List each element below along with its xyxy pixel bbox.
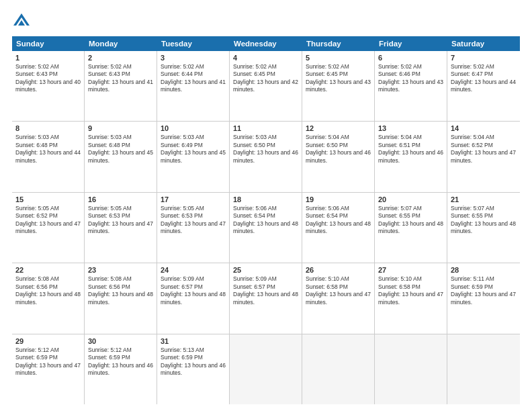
- calendar-page: SundayMondayTuesdayWednesdayThursdayFrid…: [0, 0, 532, 411]
- calendar-cell: 7Sunrise: 5:02 AMSunset: 6:47 PMDaylight…: [447, 51, 520, 121]
- day-number: 10: [161, 124, 226, 132]
- cell-details: Sunrise: 5:07 AMSunset: 6:55 PMDaylight:…: [378, 205, 443, 236]
- calendar-cell: 8Sunrise: 5:03 AMSunset: 6:48 PMDaylight…: [12, 122, 85, 191]
- day-number: 19: [306, 195, 371, 203]
- calendar-row: 22Sunrise: 5:08 AMSunset: 6:56 PMDayligh…: [12, 263, 520, 334]
- header-day: Monday: [85, 36, 157, 51]
- cell-details: Sunrise: 5:11 AMSunset: 6:59 PMDaylight:…: [451, 275, 517, 306]
- calendar-cell: 29Sunrise: 5:12 AMSunset: 6:59 PMDayligh…: [12, 334, 85, 404]
- calendar-cell: [447, 334, 520, 404]
- calendar-cell: 25Sunrise: 5:09 AMSunset: 6:57 PMDayligh…: [230, 263, 302, 333]
- calendar-cell: 1Sunrise: 5:02 AMSunset: 6:43 PMDaylight…: [12, 51, 85, 121]
- page-header: [12, 12, 520, 31]
- day-number: 3: [161, 54, 226, 62]
- day-number: 13: [378, 124, 443, 132]
- day-number: 25: [233, 266, 298, 274]
- logo: [12, 12, 33, 31]
- calendar-cell: 19Sunrise: 5:06 AMSunset: 6:54 PMDayligh…: [302, 193, 375, 263]
- cell-details: Sunrise: 5:02 AMSunset: 6:43 PMDaylight:…: [88, 63, 153, 94]
- day-number: 12: [306, 124, 371, 132]
- day-number: 14: [451, 124, 517, 132]
- day-number: 24: [161, 266, 226, 274]
- calendar-row: 1Sunrise: 5:02 AMSunset: 6:43 PMDaylight…: [12, 51, 520, 122]
- day-number: 15: [15, 195, 81, 203]
- day-number: 22: [15, 266, 81, 274]
- calendar-cell: 6Sunrise: 5:02 AMSunset: 6:46 PMDaylight…: [375, 51, 447, 121]
- cell-details: Sunrise: 5:02 AMSunset: 6:45 PMDaylight:…: [306, 63, 371, 94]
- calendar-row: 8Sunrise: 5:03 AMSunset: 6:48 PMDaylight…: [12, 122, 520, 192]
- day-number: 29: [15, 337, 81, 345]
- day-number: 30: [88, 337, 153, 345]
- cell-details: Sunrise: 5:08 AMSunset: 6:56 PMDaylight:…: [88, 275, 153, 306]
- day-number: 21: [451, 195, 517, 203]
- cell-details: Sunrise: 5:03 AMSunset: 6:50 PMDaylight:…: [233, 134, 298, 165]
- cell-details: Sunrise: 5:06 AMSunset: 6:54 PMDaylight:…: [306, 205, 371, 236]
- cell-details: Sunrise: 5:10 AMSunset: 6:58 PMDaylight:…: [378, 275, 443, 306]
- day-number: 11: [233, 124, 298, 132]
- calendar-cell: 15Sunrise: 5:05 AMSunset: 6:52 PMDayligh…: [12, 193, 85, 263]
- calendar-cell: 10Sunrise: 5:03 AMSunset: 6:49 PMDayligh…: [157, 122, 230, 191]
- calendar-cell: 18Sunrise: 5:06 AMSunset: 6:54 PMDayligh…: [230, 193, 302, 263]
- calendar-cell: 2Sunrise: 5:02 AMSunset: 6:43 PMDaylight…: [85, 51, 157, 121]
- cell-details: Sunrise: 5:08 AMSunset: 6:56 PMDaylight:…: [15, 275, 81, 306]
- cell-details: Sunrise: 5:09 AMSunset: 6:57 PMDaylight:…: [233, 275, 298, 306]
- day-number: 16: [88, 195, 153, 203]
- calendar-cell: 23Sunrise: 5:08 AMSunset: 6:56 PMDayligh…: [85, 263, 157, 333]
- cell-details: Sunrise: 5:13 AMSunset: 6:59 PMDaylight:…: [161, 347, 226, 377]
- calendar: SundayMondayTuesdayWednesdayThursdayFrid…: [12, 36, 520, 404]
- calendar-cell: [230, 334, 302, 404]
- day-number: 18: [233, 195, 298, 203]
- cell-details: Sunrise: 5:09 AMSunset: 6:57 PMDaylight:…: [161, 275, 226, 306]
- cell-details: Sunrise: 5:02 AMSunset: 6:46 PMDaylight:…: [378, 63, 443, 94]
- calendar-cell: 11Sunrise: 5:03 AMSunset: 6:50 PMDayligh…: [230, 122, 302, 191]
- cell-details: Sunrise: 5:05 AMSunset: 6:53 PMDaylight:…: [161, 205, 226, 236]
- calendar-cell: 13Sunrise: 5:04 AMSunset: 6:51 PMDayligh…: [375, 122, 447, 191]
- header-day: Saturday: [447, 36, 520, 51]
- cell-details: Sunrise: 5:04 AMSunset: 6:50 PMDaylight:…: [306, 134, 371, 165]
- header-day: Tuesday: [157, 36, 230, 51]
- calendar-cell: 26Sunrise: 5:10 AMSunset: 6:58 PMDayligh…: [302, 263, 375, 333]
- calendar-cell: 24Sunrise: 5:09 AMSunset: 6:57 PMDayligh…: [157, 263, 230, 333]
- calendar-cell: 16Sunrise: 5:05 AMSunset: 6:53 PMDayligh…: [85, 193, 157, 263]
- day-number: 31: [161, 337, 226, 345]
- calendar-cell: 4Sunrise: 5:02 AMSunset: 6:45 PMDaylight…: [230, 51, 302, 121]
- calendar-cell: [375, 334, 447, 404]
- calendar-row: 29Sunrise: 5:12 AMSunset: 6:59 PMDayligh…: [12, 334, 520, 404]
- calendar-cell: 20Sunrise: 5:07 AMSunset: 6:55 PMDayligh…: [375, 193, 447, 263]
- day-number: 27: [378, 266, 443, 274]
- cell-details: Sunrise: 5:03 AMSunset: 6:49 PMDaylight:…: [161, 134, 226, 165]
- header-day: Thursday: [302, 36, 375, 51]
- cell-details: Sunrise: 5:03 AMSunset: 6:48 PMDaylight:…: [88, 134, 153, 165]
- day-number: 7: [451, 54, 517, 62]
- cell-details: Sunrise: 5:06 AMSunset: 6:54 PMDaylight:…: [233, 205, 298, 236]
- cell-details: Sunrise: 5:02 AMSunset: 6:45 PMDaylight:…: [233, 63, 298, 94]
- calendar-cell: 12Sunrise: 5:04 AMSunset: 6:50 PMDayligh…: [302, 122, 375, 191]
- day-number: 9: [88, 124, 153, 132]
- calendar-cell: 9Sunrise: 5:03 AMSunset: 6:48 PMDaylight…: [85, 122, 157, 191]
- day-number: 20: [378, 195, 443, 203]
- calendar-header: SundayMondayTuesdayWednesdayThursdayFrid…: [12, 36, 520, 51]
- calendar-row: 15Sunrise: 5:05 AMSunset: 6:52 PMDayligh…: [12, 193, 520, 263]
- cell-details: Sunrise: 5:04 AMSunset: 6:52 PMDaylight:…: [451, 134, 517, 165]
- cell-details: Sunrise: 5:12 AMSunset: 6:59 PMDaylight:…: [88, 347, 153, 377]
- cell-details: Sunrise: 5:05 AMSunset: 6:53 PMDaylight:…: [88, 205, 153, 236]
- day-number: 17: [161, 195, 226, 203]
- day-number: 28: [451, 266, 517, 274]
- calendar-cell: 21Sunrise: 5:07 AMSunset: 6:55 PMDayligh…: [447, 193, 520, 263]
- day-number: 2: [88, 54, 153, 62]
- calendar-cell: 30Sunrise: 5:12 AMSunset: 6:59 PMDayligh…: [85, 334, 157, 404]
- calendar-cell: 27Sunrise: 5:10 AMSunset: 6:58 PMDayligh…: [375, 263, 447, 333]
- cell-details: Sunrise: 5:03 AMSunset: 6:48 PMDaylight:…: [15, 134, 81, 165]
- calendar-body: 1Sunrise: 5:02 AMSunset: 6:43 PMDaylight…: [12, 51, 520, 404]
- calendar-cell: 22Sunrise: 5:08 AMSunset: 6:56 PMDayligh…: [12, 263, 85, 333]
- header-day: Sunday: [12, 36, 85, 51]
- logo-icon: [12, 12, 31, 31]
- cell-details: Sunrise: 5:07 AMSunset: 6:55 PMDaylight:…: [451, 205, 517, 236]
- cell-details: Sunrise: 5:02 AMSunset: 6:47 PMDaylight:…: [451, 63, 517, 94]
- calendar-cell: 14Sunrise: 5:04 AMSunset: 6:52 PMDayligh…: [447, 122, 520, 191]
- header-day: Wednesday: [230, 36, 302, 51]
- header-day: Friday: [375, 36, 447, 51]
- cell-details: Sunrise: 5:02 AMSunset: 6:44 PMDaylight:…: [161, 63, 226, 94]
- calendar-cell: 5Sunrise: 5:02 AMSunset: 6:45 PMDaylight…: [302, 51, 375, 121]
- day-number: 26: [306, 266, 371, 274]
